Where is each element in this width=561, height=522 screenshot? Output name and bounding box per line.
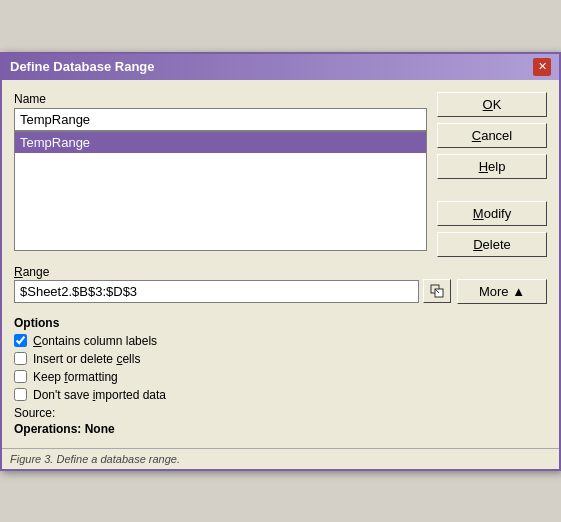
ok-button[interactable]: OK (437, 92, 547, 117)
modify-button[interactable]: Modify (437, 201, 547, 226)
ok-underline: O (483, 97, 493, 112)
list-item-temprange[interactable]: TempRange (15, 132, 426, 153)
name-input[interactable] (14, 108, 427, 131)
operations-row: Operations: None (14, 422, 547, 436)
options-section: Options Contains column labels Insert or… (14, 316, 547, 436)
dialog-title: Define Database Range (10, 59, 155, 74)
title-bar: Define Database Range ✕ (2, 54, 559, 80)
delete-label: elete (483, 237, 511, 252)
insert-delete-cells-label[interactable]: Insert or delete cells (33, 352, 140, 366)
delete-underline: D (473, 237, 482, 252)
left-panel: Name TempRange (14, 92, 427, 257)
dialog-content: Name TempRange OK Cancel Help Modify Del… (2, 80, 559, 448)
dont-save-imported-checkbox[interactable] (14, 388, 27, 401)
modify-underline: M (473, 206, 484, 221)
options-title: Options (14, 316, 547, 330)
range-underline: R (14, 265, 23, 279)
cancel-label: ancel (481, 128, 512, 143)
range-input-wrap (14, 279, 451, 303)
name-section: Name TempRange (14, 92, 427, 251)
source-label: Source: (14, 406, 55, 420)
keep-formatting-label[interactable]: Keep formatting (33, 370, 118, 384)
contains-column-labels-label[interactable]: Contains column labels (33, 334, 157, 348)
cells-underline: c (116, 352, 122, 366)
keep-formatting-row: Keep formatting (14, 370, 547, 384)
help-label: elp (488, 159, 505, 174)
main-row: Name TempRange OK Cancel Help Modify Del… (14, 92, 547, 257)
more-button[interactable]: More ▲ (457, 279, 547, 304)
modify-label: odify (484, 206, 511, 221)
ok-label: K (493, 97, 502, 112)
formatting-underline: f (64, 370, 67, 384)
shrink-icon (430, 284, 444, 298)
contains-underline: C (33, 334, 42, 348)
operations-label: Operations: None (14, 422, 115, 436)
name-label: Name (14, 92, 427, 106)
keep-formatting-checkbox[interactable] (14, 370, 27, 383)
help-underline: H (479, 159, 488, 174)
delete-button[interactable]: Delete (437, 232, 547, 257)
range-label: Range (14, 265, 547, 279)
contains-column-labels-row: Contains column labels (14, 334, 547, 348)
figure-caption: Figure 3. Define a database range. (2, 448, 559, 469)
range-row: More ▲ (14, 279, 547, 304)
insert-delete-cells-row: Insert or delete cells (14, 352, 547, 366)
cancel-button[interactable]: Cancel (437, 123, 547, 148)
name-list[interactable]: TempRange (14, 131, 427, 251)
right-panel: OK Cancel Help Modify Delete (437, 92, 547, 257)
range-input[interactable] (14, 280, 419, 303)
dont-save-imported-row: Don't save imported data (14, 388, 547, 402)
shrink-icon-button[interactable] (423, 279, 451, 303)
cancel-underline: C (472, 128, 481, 143)
insert-delete-cells-checkbox[interactable] (14, 352, 27, 365)
range-container: Range More ▲ (14, 265, 547, 304)
help-button[interactable]: Help (437, 154, 547, 179)
source-row: Source: (14, 406, 547, 420)
contains-column-labels-checkbox[interactable] (14, 334, 27, 347)
define-database-range-dialog: Define Database Range ✕ Name TempRange O… (0, 52, 561, 471)
dont-save-imported-label[interactable]: Don't save imported data (33, 388, 166, 402)
imported-underline: i (93, 388, 96, 402)
close-button[interactable]: ✕ (533, 58, 551, 76)
